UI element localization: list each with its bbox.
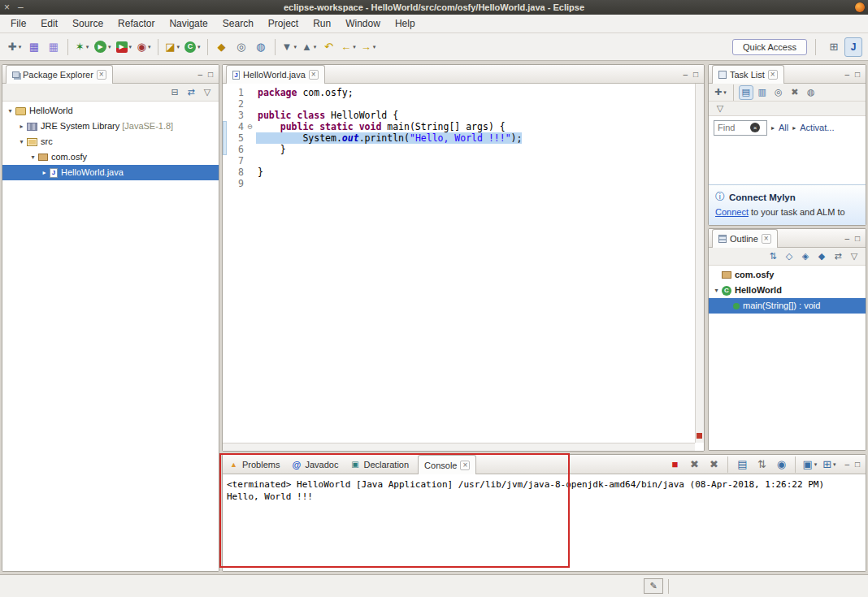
package-explorer-item-src[interactable]: ▾src bbox=[2, 134, 219, 149]
collapse-arrow-icon[interactable]: ▾ bbox=[16, 134, 27, 149]
remove-launch-button[interactable]: ✖ bbox=[685, 455, 703, 474]
tab-problems[interactable]: ▲Problems bbox=[223, 455, 285, 474]
maximize-view-icon[interactable]: □ bbox=[208, 70, 213, 79]
java-perspective-button[interactable]: J bbox=[844, 37, 862, 57]
outline-item-com-osfy[interactable]: com.osfy bbox=[709, 267, 866, 283]
display-selected-console-button[interactable]: ▣▾ bbox=[801, 455, 818, 474]
maximize-view-icon[interactable]: □ bbox=[855, 234, 860, 243]
tab-javadoc[interactable]: @Javadoc bbox=[285, 455, 344, 474]
menu-refactor[interactable]: Refactor bbox=[111, 16, 162, 31]
back-button[interactable]: ←▾ bbox=[339, 37, 358, 57]
save-button[interactable]: ▦ bbox=[25, 37, 43, 57]
quick-access-button[interactable]: Quick Access bbox=[732, 39, 807, 55]
jar-export-button[interactable]: ◆ bbox=[213, 37, 231, 57]
code-text[interactable] bbox=[256, 98, 258, 110]
minimize-view-icon[interactable]: – bbox=[844, 460, 849, 469]
coverage-button[interactable]: ▶▾ bbox=[115, 37, 134, 57]
maximize-view-icon[interactable]: □ bbox=[855, 70, 860, 79]
scope-all-link[interactable]: All bbox=[779, 123, 788, 132]
view-menu-button[interactable]: ▽ bbox=[847, 249, 861, 264]
link-with-editor-button[interactable]: ⇄ bbox=[831, 249, 845, 264]
new-task-button[interactable]: ✚▾ bbox=[713, 85, 728, 100]
console-output[interactable]: <terminated> HelloWorld [Java Applicatio… bbox=[223, 474, 866, 571]
collapse-arrow-icon[interactable]: ▾ bbox=[28, 149, 38, 165]
close-tab-icon[interactable]: × bbox=[762, 234, 771, 244]
window-minimize-button[interactable]: – bbox=[18, 0, 24, 15]
code-text[interactable]: System.out.println("Hello, World !!!"); bbox=[256, 132, 522, 144]
activate-link[interactable]: Activat... bbox=[800, 123, 834, 132]
minimize-view-icon[interactable]: – bbox=[844, 234, 849, 243]
menu-run[interactable]: Run bbox=[306, 16, 338, 31]
clear-console-button[interactable]: ▤ bbox=[733, 455, 751, 474]
menu-help[interactable]: Help bbox=[388, 16, 423, 31]
scheduled-view-button[interactable]: ▥ bbox=[755, 85, 770, 100]
debug-button[interactable]: ✶▾ bbox=[73, 37, 91, 57]
last-edit-location-button[interactable]: ↶ bbox=[319, 37, 337, 57]
pin-console-button[interactable]: ◉ bbox=[772, 455, 790, 474]
external-tools-button[interactable]: ◉▾ bbox=[135, 37, 153, 57]
hide-non-public-members-button[interactable]: ◆ bbox=[814, 249, 829, 264]
delete-task-button[interactable]: ✖ bbox=[788, 85, 802, 100]
status-editor-icon[interactable]: ✎ bbox=[644, 578, 663, 594]
editor-horizontal-scrollbar[interactable] bbox=[223, 443, 695, 451]
window-close-button[interactable]: × bbox=[4, 0, 10, 15]
forward-button[interactable]: →▾ bbox=[359, 37, 378, 57]
editor-tab-helloworld-java[interactable]: J HelloWorld.java × bbox=[226, 65, 325, 84]
code-text[interactable]: public static void main(String[] args) { bbox=[256, 121, 506, 132]
menu-project[interactable]: Project bbox=[261, 16, 306, 31]
minimize-view-icon[interactable]: – bbox=[844, 70, 849, 79]
previous-annotation-button[interactable]: ▲▾ bbox=[300, 37, 318, 57]
toolbar-overflow-button[interactable]: ▽ bbox=[713, 102, 727, 116]
open-type-button[interactable]: ◎ bbox=[232, 37, 250, 57]
overview-ruler-marker[interactable] bbox=[697, 433, 702, 439]
menu-edit[interactable]: Edit bbox=[33, 16, 65, 31]
package-explorer-item-jre-system-library[interactable]: ▸JRE System Library[JavaSE-1.8] bbox=[2, 119, 219, 134]
remove-all-launches-button[interactable]: ✖ bbox=[705, 455, 723, 474]
task-list-tab[interactable]: Task List × bbox=[712, 65, 784, 84]
connect-link[interactable]: Connect bbox=[715, 207, 749, 217]
menu-window[interactable]: Window bbox=[338, 16, 388, 31]
menu-file[interactable]: File bbox=[3, 16, 33, 31]
maximize-view-icon[interactable]: □ bbox=[855, 460, 860, 469]
hide-fields-button[interactable]: ◇ bbox=[782, 249, 796, 264]
terminate-button[interactable]: ■ bbox=[666, 455, 684, 474]
close-tab-icon[interactable]: × bbox=[460, 461, 470, 470]
collapse-arrow-icon[interactable]: ▾ bbox=[711, 283, 722, 298]
search-button[interactable]: ◍ bbox=[252, 37, 270, 57]
code-text[interactable] bbox=[256, 155, 258, 167]
find-input[interactable] bbox=[718, 123, 750, 132]
new-wizard-button[interactable]: ✚▾ bbox=[6, 37, 24, 57]
open-perspective-button[interactable]: ⊞ bbox=[825, 37, 843, 57]
package-explorer-item-helloworld-java[interactable]: ▸JHelloWorld.java bbox=[2, 165, 219, 180]
new-java-project-button[interactable]: ◪▾ bbox=[163, 37, 181, 57]
clear-find-icon[interactable]: × bbox=[750, 123, 760, 132]
link-with-editor-button[interactable]: ⇄ bbox=[184, 85, 198, 100]
maximize-view-icon[interactable]: □ bbox=[693, 70, 698, 79]
collapse-arrow-icon[interactable]: ▾ bbox=[5, 103, 15, 119]
sort-button[interactable]: ⇅ bbox=[766, 249, 780, 264]
code-text[interactable]: package com.osfy; bbox=[256, 87, 354, 98]
expand-arrow-icon[interactable]: ▸ bbox=[16, 119, 27, 134]
code-area[interactable]: 1package com.osfy;23public class HelloWo… bbox=[228, 87, 694, 189]
categorized-view-button[interactable]: ▤ bbox=[739, 85, 753, 100]
save-all-button[interactable]: ▦ bbox=[45, 37, 63, 57]
scroll-lock-button[interactable]: ⇅ bbox=[753, 455, 770, 474]
code-text[interactable]: public class HelloWorld { bbox=[256, 110, 398, 121]
open-console-button[interactable]: ⊞▾ bbox=[820, 455, 838, 474]
run-button[interactable]: ▶▾ bbox=[93, 37, 113, 57]
outline-item-helloworld[interactable]: ▾CHelloWorld bbox=[709, 283, 866, 298]
expand-arrow-icon[interactable]: ▸ bbox=[39, 165, 50, 180]
menu-navigate[interactable]: Navigate bbox=[162, 16, 215, 31]
menu-search[interactable]: Search bbox=[215, 16, 261, 31]
minimize-view-icon[interactable]: – bbox=[683, 70, 688, 79]
focus-on-workweek-button[interactable]: ◎ bbox=[771, 85, 786, 100]
new-java-class-button[interactable]: C▾ bbox=[183, 37, 202, 57]
view-menu-button[interactable]: ▽ bbox=[200, 85, 215, 100]
code-text[interactable]: } bbox=[256, 167, 263, 178]
editor-vertical-scrollbar[interactable] bbox=[695, 84, 704, 443]
package-explorer-tab[interactable]: Package Explorer × bbox=[6, 65, 113, 84]
filter-tasks-button[interactable]: ◍ bbox=[804, 85, 818, 100]
code-text[interactable] bbox=[256, 178, 258, 189]
outline-item-main-string-void[interactable]: main(String[]) : void bbox=[709, 298, 866, 314]
close-tab-icon[interactable]: × bbox=[309, 70, 319, 80]
